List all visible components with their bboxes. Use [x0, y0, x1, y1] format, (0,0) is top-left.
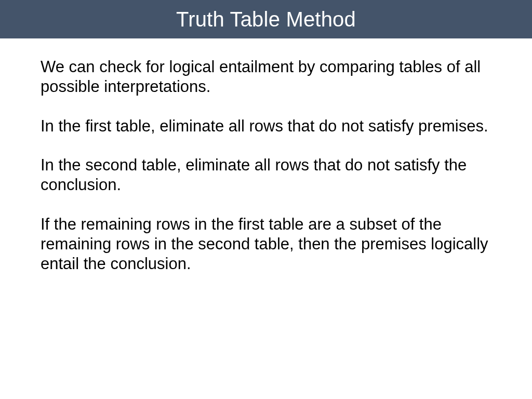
paragraph: In the second table, eliminate all rows … [41, 155, 491, 195]
slide-body: We can check for logical entailment by c… [0, 38, 532, 274]
paragraph: In the first table, eliminate all rows t… [41, 116, 491, 136]
paragraph: We can check for logical entailment by c… [41, 57, 491, 97]
title-bar: Truth Table Method [0, 0, 532, 38]
paragraph: If the remaining rows in the first table… [41, 215, 491, 273]
slide-title: Truth Table Method [176, 8, 356, 31]
